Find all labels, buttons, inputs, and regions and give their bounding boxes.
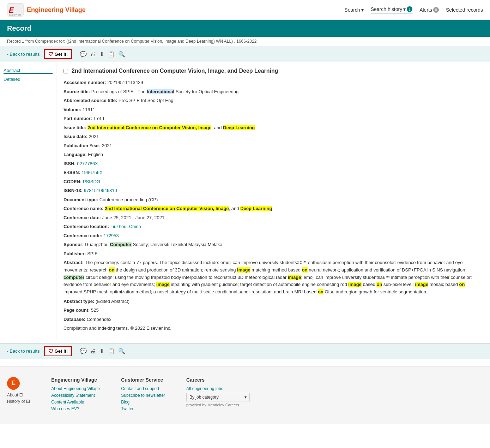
issn-link[interactable]: 0277786X (77, 161, 98, 166)
field-abstract-type: Abstract type: (Edited Abstract) (63, 298, 483, 305)
record-title: 2nd International Conference on Computer… (72, 68, 278, 74)
sidebar-abstract-link[interactable]: Abstract (4, 68, 53, 74)
selected-records-nav[interactable]: Selected records (446, 7, 483, 13)
record-content: 2nd International Conference on Computer… (56, 62, 490, 340)
record-info: Record 1 from Compendex for: ((2nd Inter… (0, 37, 490, 46)
sidebar-detailed-link[interactable]: Detailed (4, 77, 53, 82)
field-doc-type: Document type: Conference proceeding (CP… (63, 196, 483, 203)
search-in-record-icon[interactable]: 🔍 (118, 51, 125, 58)
footer-brand-links: About EI History of EI (7, 393, 30, 404)
field-issn: ISSN: 0277786X (63, 160, 483, 167)
logo-area: E ELSEVIER Engineering Village (7, 3, 86, 17)
field-accession: Accession number: 20214511113429 (63, 79, 483, 86)
footer-about-ev[interactable]: About Engineering Village (51, 386, 100, 391)
field-conf-name: Conference name: 2nd International Confe… (63, 205, 483, 212)
download-icon[interactable]: ⬇ (99, 51, 104, 58)
field-volume: Volume: 11911 (63, 106, 483, 113)
footer-twitter[interactable]: Twitter (121, 406, 165, 411)
bottom-back-chevron-icon (7, 348, 8, 354)
footer-contact-support[interactable]: Contact and support (121, 386, 165, 391)
svg-text:ELSEVIER: ELSEVIER (9, 13, 21, 16)
field-conf-code: Conference code: 172953 (63, 232, 483, 239)
alerts-badge: 0 (433, 7, 439, 13)
bottom-toolbar: Back to results 🛡 Get it! 💬 🖨 ⬇ 📋 🔍 (0, 343, 490, 359)
sidebar: Abstract Detailed (0, 62, 56, 340)
logo-text: Engineering Village (27, 6, 86, 14)
search-history-badge: 1 (407, 6, 412, 12)
footer-history-ei[interactable]: History of EI (7, 399, 30, 404)
field-language: Language: English (63, 151, 483, 158)
print-icon[interactable]: 🖨 (90, 51, 96, 57)
footer-careers-heading: Careers (186, 377, 250, 383)
bottom-download-icon[interactable]: ⬇ (99, 348, 104, 354)
field-database: Database: Compendex (63, 316, 483, 323)
search-nav[interactable]: Search (344, 7, 363, 13)
field-coden: CODEN: PSISDG (63, 178, 483, 185)
field-source-title: Source title: Proceedings of SPIE - The … (63, 88, 483, 95)
search-history-nav[interactable]: Search history 1 (371, 6, 412, 13)
elsevier-logo-icon: E ELSEVIER (7, 3, 24, 17)
isbn13-link[interactable]: 9781510646810 (84, 188, 117, 193)
footer-ev-heading: Engineering Village (51, 377, 100, 383)
bottom-get-it-shield-icon: 🛡 (48, 348, 53, 354)
bottom-back-to-results-link[interactable]: Back to results (7, 348, 40, 354)
get-it-button[interactable]: 🛡 Get it! (44, 49, 72, 59)
field-abbreviated-source: Abbreviated source title: Proc SPIE Int … (63, 97, 483, 104)
footer-ev-col: Engineering Village About Engineering Vi… (51, 377, 100, 413)
top-toolbar: Back to results 🛡 Get it! 💬 🖨 ⬇ 📋 🔍 (0, 46, 490, 62)
export-icon[interactable]: 📋 (108, 51, 115, 58)
back-chevron-icon (7, 52, 8, 57)
field-publisher: Publisher: SPIE (63, 250, 483, 257)
comment-icon[interactable]: 💬 (80, 51, 87, 58)
field-issue-date: Issue date: 2021 (63, 133, 483, 140)
bottom-print-icon[interactable]: 🖨 (90, 348, 96, 354)
field-sponsor: Sponsor: Guangzhou Computer Society; Uni… (63, 241, 483, 248)
footer-by-job-category-dropdown[interactable]: By job category (186, 393, 250, 401)
main-layout: Abstract Detailed 2nd International Conf… (0, 62, 490, 340)
eissn-link[interactable]: 1996756X (81, 170, 102, 175)
site-footer: E About EI History of EI Engineering Vil… (0, 366, 490, 424)
field-conf-location: Conference location: Liuzhou, China (63, 223, 483, 230)
footer-brand-col: E About EI History of EI (7, 377, 30, 413)
footer-grid: E About EI History of EI Engineering Vil… (7, 377, 483, 413)
bottom-export-icon[interactable]: 📋 (108, 348, 115, 354)
toolbar-icons: 💬 🖨 ⬇ 📋 🔍 (80, 51, 125, 58)
field-issue-title: Issue title: 2nd International Conferenc… (63, 124, 483, 131)
field-isbn13: ISBN-13: 9781510646810 (63, 187, 483, 194)
header-nav: Search Search history 1 Alerts 0 Selecte… (344, 6, 483, 13)
footer-who-uses-ev[interactable]: Who uses EV? (51, 406, 100, 411)
field-part-number: Part number: 1 of 1 (63, 115, 483, 122)
footer-about-ei[interactable]: About EI (7, 393, 30, 398)
alerts-nav[interactable]: Alerts 0 (419, 7, 439, 13)
footer-careers-col: Careers All engineering jobs By job cate… (186, 377, 250, 413)
footer-accessibility[interactable]: Accessibility Statement (51, 393, 100, 398)
footer-blog[interactable]: Blog (121, 400, 165, 405)
footer-cs-heading: Customer Service (121, 377, 165, 383)
field-abstract: Abstract: The proceedings contain 77 pap… (63, 259, 483, 296)
conf-location-link[interactable]: Liuzhou, China (110, 224, 141, 229)
page-title-bar: Record (0, 20, 490, 37)
bottom-search-in-record-icon[interactable]: 🔍 (118, 348, 125, 354)
careers-dropdown-chevron-icon (244, 395, 247, 400)
record-checkbox[interactable] (63, 69, 68, 73)
footer-content-available[interactable]: Content Available (51, 400, 100, 405)
coden-link[interactable]: PSISDG (83, 179, 100, 184)
record-title-row: 2nd International Conference on Computer… (63, 68, 483, 74)
get-it-shield-icon: 🛡 (48, 51, 53, 57)
footer-all-engineering-jobs[interactable]: All engineering jobs (186, 386, 250, 391)
ei-footer-logo-icon: E (7, 377, 20, 390)
search-chevron-icon (361, 7, 364, 13)
field-pub-year: Publication Year: 2021 (63, 142, 483, 149)
header: E ELSEVIER Engineering Village Search Se… (0, 0, 490, 20)
footer-subscribe-newsletter[interactable]: Subscribe to newsletter (121, 393, 165, 398)
bottom-comment-icon[interactable]: 💬 (80, 348, 87, 354)
back-to-results-link[interactable]: Back to results (7, 52, 40, 57)
conf-code-link[interactable]: 172953 (103, 233, 119, 238)
footer-cs-col: Customer Service Contact and support Sub… (121, 377, 165, 413)
footer-mendeley-credit: provided by Mendeley Careers (186, 403, 250, 407)
field-eissn: E-ISSN: 1996756X (63, 169, 483, 176)
search-history-chevron-icon (403, 6, 406, 12)
field-conf-date: Conference date: June 25, 2021 - June 27… (63, 214, 483, 221)
page-title: Record (7, 24, 31, 32)
bottom-get-it-button[interactable]: 🛡 Get it! (44, 346, 72, 356)
